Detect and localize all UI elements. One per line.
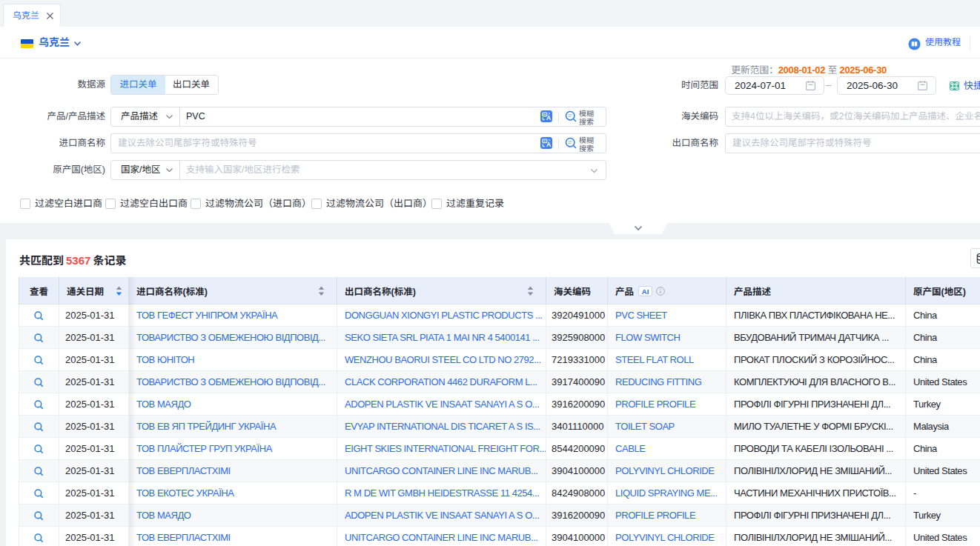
svg-text:A: A — [546, 141, 551, 148]
svg-text:A: A — [546, 114, 551, 121]
